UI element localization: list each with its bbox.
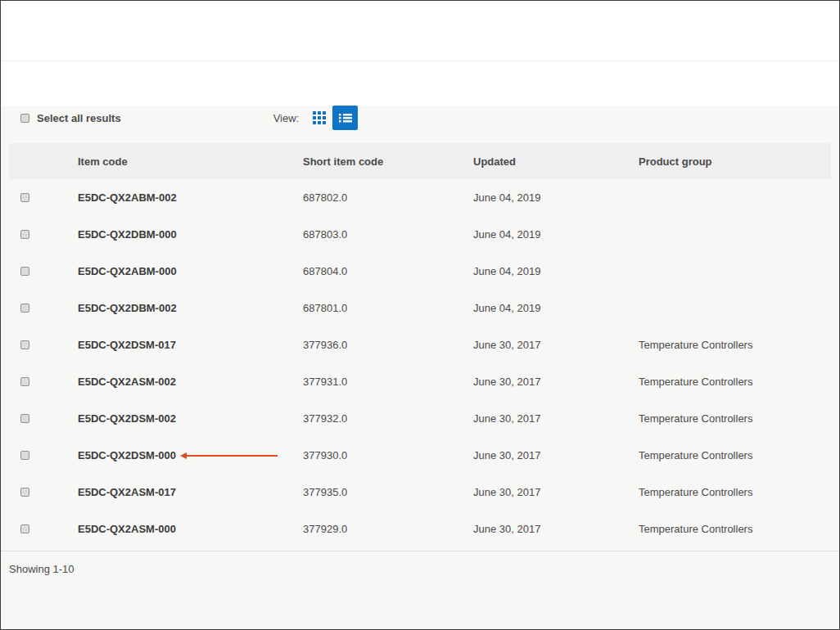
item-code-cell: E5DC-QX2DSM-017 (78, 339, 303, 351)
row-checkbox-cell (9, 524, 78, 533)
table-row: E5DC-QX2ASM-017 377935.0 June 30, 2017 T… (9, 474, 831, 511)
item-code-text[interactable]: E5DC-QX2ASM-017 (78, 486, 176, 498)
table-row: E5DC-QX2DBM-000 687803.0 June 04, 2019 (9, 216, 831, 253)
item-code-text[interactable]: E5DC-QX2DBM-002 (78, 302, 177, 314)
showing-count: Showing 1-10 (9, 563, 75, 575)
table-row: E5DC-QX2ASM-000 377929.0 June 30, 2017 T… (9, 511, 831, 547)
column-header-product-group: Product group (639, 155, 831, 168)
short-item-code-cell: 377931.0 (303, 376, 473, 388)
column-header-item-code: Item code (78, 155, 303, 168)
item-code-cell: E5DC-QX2DSM-002 (78, 412, 303, 425)
row-checkbox[interactable] (20, 340, 29, 349)
item-code-cell: E5DC-QX2DSM-000 (78, 449, 303, 461)
view-grid-button[interactable] (309, 106, 330, 130)
product-group-cell: Temperature Controllers (639, 449, 831, 461)
select-all-label: Select all results (37, 112, 121, 124)
row-checkbox[interactable] (20, 524, 29, 533)
updated-cell: June 30, 2017 (473, 339, 639, 351)
item-code-cell: E5DC-QX2DBM-000 (78, 228, 303, 241)
short-item-code-cell: 377930.0 (303, 449, 473, 461)
updated-cell: June 30, 2017 (473, 412, 639, 425)
updated-cell: June 30, 2017 (473, 376, 639, 388)
row-checkbox[interactable] (20, 304, 29, 313)
item-code-text[interactable]: E5DC-QX2DSM-000 (78, 449, 176, 461)
column-header-short-item-code: Short item code (303, 155, 473, 168)
results-table: Item code Short item code Updated Produc… (9, 143, 831, 547)
select-all-checkbox[interactable] (20, 114, 29, 123)
short-item-code-cell: 377936.0 (303, 339, 473, 351)
updated-cell: June 30, 2017 (473, 486, 639, 498)
row-checkbox-cell (9, 451, 78, 460)
view-list-button[interactable] (332, 106, 358, 130)
item-code-cell: E5DC-QX2DBM-002 (78, 302, 303, 314)
product-group-cell: Temperature Controllers (639, 523, 831, 535)
row-checkbox-cell (9, 377, 78, 386)
row-checkbox-cell (9, 340, 78, 349)
table-row: E5DC-QX2DBM-002 687801.0 June 04, 2019 (9, 290, 831, 326)
item-code-text[interactable]: E5DC-QX2ABM-002 (78, 191, 177, 204)
item-code-text[interactable]: E5DC-QX2ASM-002 (78, 376, 176, 388)
row-checkbox-cell (9, 193, 78, 202)
row-checkbox-cell (9, 304, 78, 313)
table-row: E5DC-QX2ABM-002 687802.0 June 04, 2019 (9, 179, 831, 216)
row-checkbox[interactable] (20, 414, 29, 423)
row-checkbox[interactable] (20, 488, 29, 497)
item-code-text[interactable]: E5DC-QX2DSM-002 (78, 412, 176, 425)
annotation-arrow (186, 455, 278, 457)
row-checkbox[interactable] (20, 451, 29, 460)
item-code-cell: E5DC-QX2ASM-002 (78, 376, 303, 388)
top-bar (1, 1, 839, 61)
updated-cell: June 04, 2019 (473, 265, 639, 277)
product-group-cell: Temperature Controllers (639, 339, 831, 351)
short-item-code-cell: 377929.0 (303, 523, 473, 535)
view-switcher: View: (273, 106, 361, 130)
table-row: E5DC-QX2DSM-002 377932.0 June 30, 2017 T… (9, 400, 831, 437)
product-group-cell: Temperature Controllers (639, 412, 831, 425)
short-item-code-cell: 687803.0 (303, 228, 473, 241)
results-window: Select all results View: (0, 0, 840, 630)
product-group-cell: Temperature Controllers (639, 376, 831, 388)
column-header-updated: Updated (473, 155, 639, 168)
grid-view-icon (313, 111, 326, 124)
table-header: Item code Short item code Updated Produc… (9, 143, 831, 179)
item-code-cell: E5DC-QX2ABM-000 (78, 265, 303, 277)
updated-cell: June 30, 2017 (473, 449, 639, 461)
table-row: E5DC-QX2ABM-000 687804.0 June 04, 2019 (9, 253, 831, 290)
short-item-code-cell: 377935.0 (303, 486, 473, 498)
item-code-text[interactable]: E5DC-QX2DBM-000 (78, 228, 177, 241)
row-checkbox[interactable] (20, 377, 29, 386)
row-checkbox[interactable] (20, 230, 29, 239)
short-item-code-cell: 687804.0 (303, 265, 473, 277)
results-toolbar: Select all results View: (1, 106, 839, 130)
results-footer: Showing 1-10 (1, 551, 839, 575)
item-code-cell: E5DC-QX2ASM-000 (78, 523, 303, 535)
item-code-cell: E5DC-QX2ASM-017 (78, 486, 303, 498)
short-item-code-cell: 687802.0 (303, 191, 473, 204)
table-row: E5DC-QX2DSM-017 377936.0 June 30, 2017 T… (9, 326, 831, 363)
row-checkbox[interactable] (20, 267, 29, 276)
table-row: E5DC-QX2DSM-000 377930.0 June 30, 2017 T… (9, 437, 831, 474)
updated-cell: June 04, 2019 (473, 302, 639, 314)
table-body: E5DC-QX2ABM-002 687802.0 June 04, 2019 E… (9, 179, 831, 547)
list-view-icon (339, 111, 352, 124)
row-checkbox-cell (9, 488, 78, 497)
updated-cell: June 04, 2019 (473, 191, 639, 204)
product-group-cell: Temperature Controllers (639, 486, 831, 498)
row-checkbox-cell (9, 414, 78, 423)
item-code-text[interactable]: E5DC-QX2ABM-000 (78, 265, 177, 277)
row-checkbox-cell (9, 230, 78, 239)
updated-cell: June 30, 2017 (473, 523, 639, 535)
results-panel: Select all results View: (1, 106, 839, 630)
row-checkbox[interactable] (20, 193, 29, 202)
view-label: View: (273, 112, 300, 124)
short-item-code-cell: 377932.0 (303, 412, 473, 425)
short-item-code-cell: 687801.0 (303, 302, 473, 314)
row-checkbox-cell (9, 267, 78, 276)
table-row: E5DC-QX2ASM-002 377931.0 June 30, 2017 T… (9, 363, 831, 400)
item-code-text[interactable]: E5DC-QX2ASM-000 (78, 523, 176, 535)
item-code-cell: E5DC-QX2ABM-002 (78, 191, 303, 204)
item-code-text[interactable]: E5DC-QX2DSM-017 (78, 339, 176, 351)
updated-cell: June 04, 2019 (473, 228, 639, 241)
